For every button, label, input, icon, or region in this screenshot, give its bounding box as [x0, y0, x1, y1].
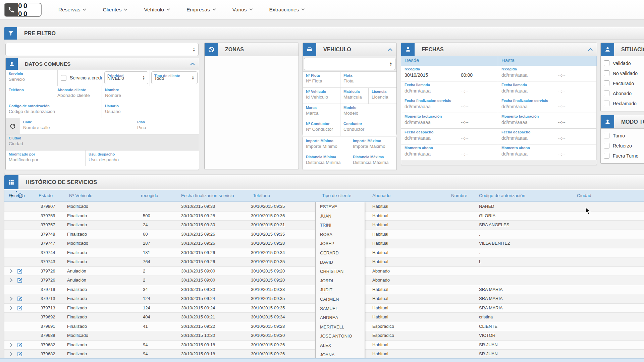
telefono-list-item[interactable]: CHRISTIAN	[316, 267, 365, 276]
piso-field[interactable]: Piso Piso	[134, 118, 199, 134]
fecha-hasta-field[interactable]: Fecha despacho dd/mm/aaaa--:--	[498, 129, 597, 144]
checkbox-option[interactable]: Facturado	[604, 80, 644, 86]
abonado-cliente-field[interactable]: Abonado cliente Abonado cliente	[54, 86, 102, 102]
num-conductor-field[interactable]: Nº Conductor Nº Conductor	[303, 120, 340, 136]
col-header-abonado[interactable]: Abonado	[370, 190, 449, 201]
flota-field[interactable]: Flota Flota	[340, 72, 396, 87]
date-value[interactable]: dd/mm/aaaa	[501, 134, 558, 142]
telefono-list-item[interactable]: GERARD	[316, 248, 365, 258]
expand-row-icon[interactable]	[10, 278, 13, 282]
expand-row-icon[interactable]	[10, 352, 13, 356]
fecha-hasta-field[interactable]: Fecha finalizacion servicio dd/mm/aaaa--…	[498, 97, 597, 113]
fecha-hasta-field[interactable]: recogida dd/mm/aaaa--:--	[498, 66, 597, 81]
vehiculo-select[interactable]: ▲▼	[304, 58, 395, 70]
expand-row-icon[interactable]	[10, 297, 13, 301]
time-value[interactable]: 00:00	[461, 71, 473, 79]
col-header-estado[interactable]: Estado	[36, 190, 65, 201]
col-header-recogida[interactable]: recogida	[139, 190, 179, 201]
modificado-por-field[interactable]: Modificado por Modificado por	[6, 150, 86, 166]
calle-field[interactable]: Calle Nombre calle	[20, 118, 134, 134]
telefono-list-item[interactable]: JORDI	[316, 276, 365, 286]
checkbox-option[interactable]: Turno	[604, 133, 644, 138]
time-value[interactable]: --:--	[558, 119, 566, 126]
telefono-field[interactable]: Teléfono	[6, 86, 54, 102]
time-value[interactable]: --:--	[461, 87, 469, 95]
ciudad-field[interactable]: Ciudad Ciudad	[6, 134, 199, 150]
time-value[interactable]: --:--	[558, 71, 566, 79]
fecha-desde-field[interactable]: Fecha finalizacion servicio dd/mm/aaaa--…	[401, 97, 498, 113]
checkbox-option[interactable]: No validado	[604, 70, 644, 76]
prefilter-preset-select[interactable]: ▲▼	[5, 43, 199, 56]
phone-button[interactable]: 00 00	[4, 3, 42, 17]
telefono-list-item[interactable]: CARMEN	[316, 295, 365, 304]
time-value[interactable]: --:--	[558, 150, 566, 158]
telefono-list-item[interactable]: SAMUEL	[316, 304, 365, 313]
telefono-list-item[interactable]: ESTEVE	[316, 202, 365, 212]
fecha-desde-field[interactable]: Momento facturación dd/mm/aaaa--:--	[401, 113, 498, 128]
fecha-hasta-field[interactable]: Momento facturación dd/mm/aaaa--:--	[498, 113, 597, 128]
date-value[interactable]: dd/mm/aaaa	[405, 87, 461, 95]
time-value[interactable]: --:--	[558, 134, 566, 142]
fecha-desde-field[interactable]: Fecha llamada dd/mm/aaaa--:--	[401, 81, 498, 97]
col-header-fecha-fin[interactable]: Fecha finalizacion servicio	[179, 190, 249, 201]
telefono-list-item[interactable]: ALEX	[316, 341, 365, 350]
edit-row-icon[interactable]	[17, 342, 23, 348]
distancia-maxima-field[interactable]: Distancia Máxima Distancia Máxima	[350, 153, 396, 169]
date-value[interactable]: dd/mm/aaaa	[405, 150, 461, 158]
menu-item[interactable]: Vehículo	[144, 7, 170, 13]
usu-despacho-field[interactable]: Usu. despacho Usu. despacho	[86, 150, 199, 166]
expand-row-icon[interactable]	[10, 269, 13, 273]
fecha-desde-field[interactable]: Momento abono dd/mm/aaaa--:--	[401, 144, 498, 160]
checkbox[interactable]	[604, 90, 609, 96]
telefono-list-item[interactable]: JOSEP	[316, 239, 365, 248]
fecha-hasta-field[interactable]: Momento abono dd/mm/aaaa--:--	[498, 144, 597, 160]
checkbox-option[interactable]: Reclamado	[604, 101, 644, 106]
menu-item[interactable]: Reservas	[58, 7, 86, 13]
checkbox-option[interactable]: Abonado	[604, 90, 644, 96]
time-value[interactable]: --:--	[461, 150, 469, 158]
date-value[interactable]: dd/mm/aaaa	[501, 71, 558, 79]
checkbox[interactable]	[604, 133, 609, 138]
telefono-list-item[interactable]: MERITXELL	[316, 322, 365, 332]
collapse-button[interactable]	[388, 43, 392, 56]
matricula-field[interactable]: Matricula Matricula	[340, 88, 369, 104]
modelo-field[interactable]: Modelo Modelo	[340, 104, 396, 120]
distancia-minima-field[interactable]: Distancia Mínima Distancia Mínima	[303, 153, 350, 169]
conductor-field[interactable]: Conductor Conductor	[340, 120, 396, 136]
col-header-ciudad[interactable]: Ciudad	[575, 190, 631, 201]
menu-item[interactable]: Clientes	[103, 7, 127, 13]
date-value[interactable]: dd/mm/aaaa	[405, 134, 461, 142]
telefono-list-item[interactable]: JUAN	[316, 212, 365, 221]
telefono-list-item[interactable]: JOANA	[316, 350, 365, 360]
checkbox-option[interactable]: Validado	[604, 60, 644, 66]
menu-item[interactable]: Varios	[232, 7, 253, 13]
codigo-autorizacion-field[interactable]: Codigo de autorización Codigo de autoriz…	[6, 102, 102, 118]
time-value[interactable]: --:--	[558, 103, 566, 110]
telefono-list-item[interactable]: ANDREA	[316, 313, 365, 322]
checkbox[interactable]	[604, 143, 609, 148]
checkbox-option[interactable]: Fuera Turno	[604, 153, 644, 159]
fecha-desde-field[interactable]: Fecha despacho dd/mm/aaaa--:--	[401, 129, 498, 144]
refresh-calle-button[interactable]	[6, 118, 20, 134]
col-header-servicio[interactable]: ▼ Servicio	[4, 190, 36, 201]
date-value[interactable]: 30/10/2015	[405, 71, 461, 79]
expand-row-icon[interactable]	[10, 306, 13, 310]
checkbox[interactable]	[604, 153, 609, 159]
servicio-field[interactable]: Servicio Servicio	[6, 70, 58, 86]
date-value[interactable]: dd/mm/aaaa	[405, 119, 461, 126]
importe-maximo-field[interactable]: Importe Máximo Importe Máximo	[350, 137, 396, 153]
checkbox[interactable]	[604, 80, 609, 86]
num-flota-field[interactable]: Nº Flota Nº Flota	[303, 72, 340, 87]
checkbox[interactable]	[604, 101, 609, 106]
time-value[interactable]: --:--	[558, 87, 566, 95]
time-value[interactable]: --:--	[461, 134, 469, 142]
nombre-field[interactable]: Nombre Nombre	[102, 86, 199, 102]
col-header-vehiculo[interactable]: Nº Vehiculo	[65, 190, 139, 201]
edit-row-icon[interactable]	[17, 351, 23, 357]
telefono-list-item[interactable]: JUDIT	[316, 285, 365, 295]
time-value[interactable]: --:--	[461, 119, 469, 126]
collapse-button[interactable]	[588, 43, 593, 56]
checkbox-option[interactable]: Refuerzo	[604, 143, 644, 148]
col-header-tipo-cliente[interactable]: Tipo de cliente	[320, 190, 370, 201]
checkbox[interactable]	[604, 60, 609, 66]
